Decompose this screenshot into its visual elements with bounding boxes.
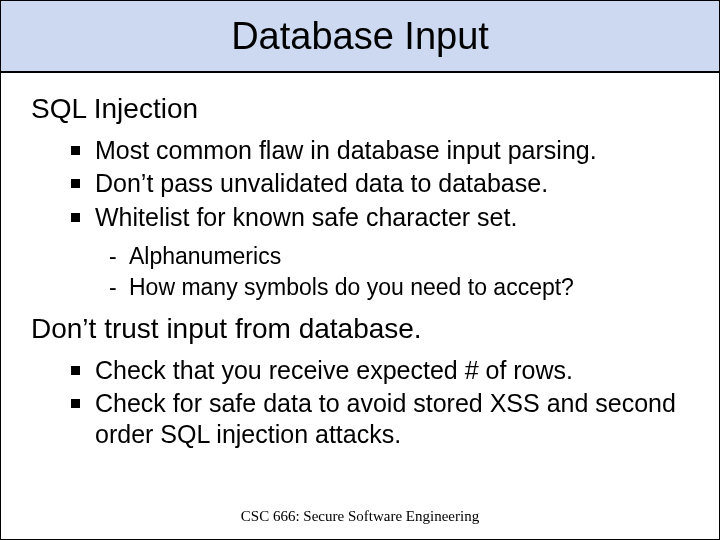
slide-content: SQL Injection Most common flaw in databa…: [1, 73, 719, 451]
bullet-list: Check that you receive expected # of row…: [31, 355, 699, 451]
list-item: Check for safe data to avoid stored XSS …: [71, 388, 699, 451]
sub-bullet-list: Alphanumerics How many symbols do you ne…: [31, 241, 699, 303]
section-heading: Don’t trust input from database.: [31, 313, 699, 345]
slide: Database Input SQL Injection Most common…: [0, 0, 720, 540]
section-heading: SQL Injection: [31, 93, 699, 125]
list-item: Whitelist for known safe character set.: [71, 202, 699, 233]
list-item: Don’t pass unvalidated data to database.: [71, 168, 699, 199]
footer-text: CSC 666: Secure Software Engineering: [1, 508, 719, 525]
title-bar: Database Input: [1, 1, 719, 73]
list-item: Alphanumerics: [109, 241, 699, 272]
slide-title: Database Input: [231, 15, 489, 58]
list-item: Most common flaw in database input parsi…: [71, 135, 699, 166]
list-item: How many symbols do you need to accept?: [109, 272, 699, 303]
list-item: Check that you receive expected # of row…: [71, 355, 699, 386]
bullet-list: Most common flaw in database input parsi…: [31, 135, 699, 233]
